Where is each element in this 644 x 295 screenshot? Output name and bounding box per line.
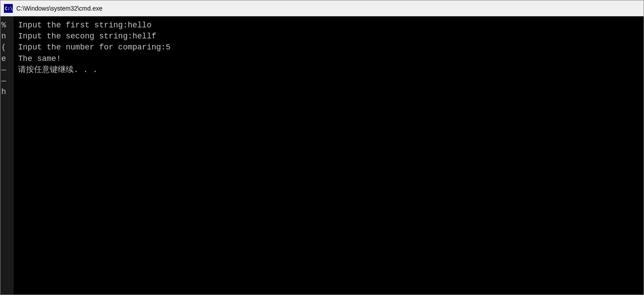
edge-char-3: ( (0, 42, 14, 53)
edge-char-1: % (0, 20, 14, 31)
edge-char-2: n (0, 31, 14, 42)
cmd-window: C:\ C:\Windows\system32\cmd.exe % n ( e … (0, 0, 644, 295)
console-line-4: The same! (18, 53, 639, 64)
console-line-5: 请按任意键继续. . . (18, 64, 639, 76)
left-edge-overlay: % n ( e — — h (0, 16, 14, 295)
title-bar[interactable]: C:\ C:\Windows\system32\cmd.exe (0, 0, 644, 16)
edge-char-5: e (0, 53, 14, 64)
console-line-1: Input the first string:hello (18, 20, 639, 31)
console-line-2: Input the secong string:hellf (18, 31, 639, 42)
console-line-3: Input the number for comparing:5 (18, 42, 639, 53)
cmd-icon: C:\ (4, 4, 13, 13)
svg-text:C:\: C:\ (5, 6, 13, 11)
edge-char-9: — (0, 76, 14, 87)
title-bar-text: C:\Windows\system32\cmd.exe (16, 5, 102, 12)
edge-char-10: h (0, 87, 14, 98)
console-body[interactable]: % n ( e — — h Input the first string:hel… (0, 16, 644, 295)
edge-char-6: — (0, 64, 14, 76)
